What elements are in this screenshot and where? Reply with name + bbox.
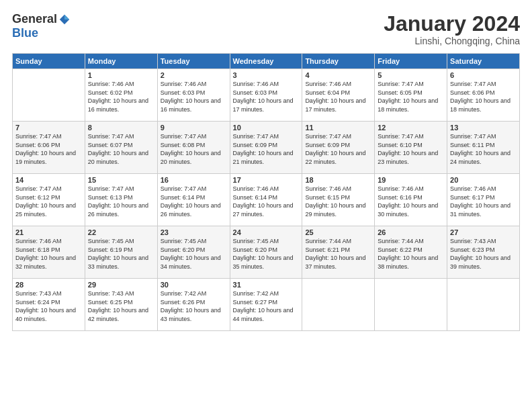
sunset: Sunset: 6:05 PM	[378, 89, 444, 97]
sunset: Sunset: 6:11 PM	[450, 141, 517, 150]
daylight: Daylight: 10 hours and 20 minutes.	[88, 149, 154, 166]
cell-info: Sunrise: 7:46 AM Sunset: 6:03 PM Dayligh…	[161, 80, 227, 113]
cell-info: Sunrise: 7:43 AM Sunset: 6:23 PM Dayligh…	[450, 237, 517, 271]
calendar-cell: 2 Sunrise: 7:46 AM Sunset: 6:03 PM Dayli…	[157, 69, 230, 122]
sunrise: Sunrise: 7:45 AM	[233, 237, 300, 246]
logo-blue: Blue	[12, 26, 38, 40]
daylight: Daylight: 10 hours and 26 minutes.	[88, 201, 154, 218]
day-number: 9	[161, 124, 227, 132]
calendar-week-0: 1 Sunrise: 7:46 AM Sunset: 6:02 PM Dayli…	[13, 69, 520, 122]
sunrise: Sunrise: 7:46 AM	[378, 185, 444, 193]
daylight: Daylight: 10 hours and 19 minutes.	[15, 149, 82, 166]
sunrise: Sunrise: 7:46 AM	[305, 185, 371, 193]
cell-info: Sunrise: 7:46 AM Sunset: 6:16 PM Dayligh…	[378, 185, 444, 218]
sunset: Sunset: 6:17 PM	[450, 193, 517, 202]
day-number: 19	[378, 176, 444, 184]
calendar-cell: 3 Sunrise: 7:46 AM Sunset: 6:03 PM Dayli…	[230, 69, 302, 122]
day-number: 4	[305, 71, 371, 79]
header-row: Sunday Monday Tuesday Wednesday Thursday…	[13, 54, 520, 69]
col-thursday: Thursday	[302, 54, 375, 69]
day-number: 25	[305, 228, 371, 236]
calendar-cell: 21 Sunrise: 7:46 AM Sunset: 6:18 PM Dayl…	[13, 226, 85, 279]
col-monday: Monday	[85, 54, 157, 69]
sunset: Sunset: 6:07 PM	[88, 141, 154, 150]
day-number: 22	[88, 228, 154, 236]
col-tuesday: Tuesday	[157, 54, 230, 69]
sunrise: Sunrise: 7:47 AM	[378, 132, 444, 141]
calendar-week-3: 21 Sunrise: 7:46 AM Sunset: 6:18 PM Dayl…	[13, 226, 520, 279]
sunrise: Sunrise: 7:47 AM	[378, 80, 444, 89]
sunrise: Sunrise: 7:47 AM	[88, 185, 154, 193]
daylight: Daylight: 10 hours and 24 minutes.	[450, 149, 517, 166]
calendar-cell: 28 Sunrise: 7:43 AM Sunset: 6:24 PM Dayl…	[13, 279, 85, 331]
day-number: 11	[305, 124, 371, 132]
calendar-cell: 20 Sunrise: 7:46 AM Sunset: 6:17 PM Dayl…	[447, 174, 520, 226]
calendar-cell: 7 Sunrise: 7:47 AM Sunset: 6:06 PM Dayli…	[13, 122, 85, 174]
sunset: Sunset: 6:19 PM	[88, 246, 154, 255]
sunrise: Sunrise: 7:47 AM	[450, 132, 517, 141]
calendar-cell: 25 Sunrise: 7:44 AM Sunset: 6:21 PM Dayl…	[302, 226, 375, 279]
cell-info: Sunrise: 7:45 AM Sunset: 6:20 PM Dayligh…	[233, 237, 300, 271]
sunrise: Sunrise: 7:43 AM	[88, 289, 154, 298]
location: Linshi, Chongqing, China	[384, 36, 520, 46]
day-number: 3	[233, 71, 300, 79]
calendar-cell: 13 Sunrise: 7:47 AM Sunset: 6:11 PM Dayl…	[447, 122, 520, 174]
cell-info: Sunrise: 7:47 AM Sunset: 6:07 PM Dayligh…	[88, 132, 154, 166]
sunrise: Sunrise: 7:46 AM	[233, 185, 300, 193]
cell-info: Sunrise: 7:47 AM Sunset: 6:05 PM Dayligh…	[378, 80, 444, 113]
sunrise: Sunrise: 7:46 AM	[15, 237, 82, 246]
cell-info: Sunrise: 7:47 AM Sunset: 6:12 PM Dayligh…	[15, 185, 82, 218]
sunrise: Sunrise: 7:46 AM	[88, 80, 154, 89]
cell-info: Sunrise: 7:43 AM Sunset: 6:25 PM Dayligh…	[88, 289, 154, 323]
daylight: Daylight: 10 hours and 16 minutes.	[161, 97, 227, 113]
daylight: Daylight: 10 hours and 27 minutes.	[233, 201, 300, 218]
daylight: Daylight: 10 hours and 17 minutes.	[233, 97, 300, 113]
sunset: Sunset: 6:12 PM	[15, 193, 82, 202]
day-number: 31	[233, 281, 300, 289]
daylight: Daylight: 10 hours and 21 minutes.	[233, 149, 300, 166]
sunrise: Sunrise: 7:46 AM	[450, 185, 517, 193]
sunset: Sunset: 6:20 PM	[161, 246, 227, 255]
calendar-cell: 30 Sunrise: 7:42 AM Sunset: 6:26 PM Dayl…	[157, 279, 230, 331]
cell-info: Sunrise: 7:47 AM Sunset: 6:14 PM Dayligh…	[161, 185, 227, 218]
cell-info: Sunrise: 7:45 AM Sunset: 6:19 PM Dayligh…	[88, 237, 154, 271]
cell-info: Sunrise: 7:47 AM Sunset: 6:06 PM Dayligh…	[450, 80, 517, 113]
cell-info: Sunrise: 7:47 AM Sunset: 6:11 PM Dayligh…	[450, 132, 517, 166]
sunset: Sunset: 6:20 PM	[233, 246, 300, 255]
calendar-cell: 18 Sunrise: 7:46 AM Sunset: 6:15 PM Dayl…	[302, 174, 375, 226]
sunrise: Sunrise: 7:47 AM	[450, 80, 517, 89]
cell-info: Sunrise: 7:45 AM Sunset: 6:20 PM Dayligh…	[161, 237, 227, 271]
daylight: Daylight: 10 hours and 34 minutes.	[161, 254, 227, 271]
daylight: Daylight: 10 hours and 39 minutes.	[450, 254, 517, 271]
calendar-cell: 9 Sunrise: 7:47 AM Sunset: 6:08 PM Dayli…	[157, 122, 230, 174]
day-number: 2	[161, 71, 227, 79]
daylight: Daylight: 10 hours and 30 minutes.	[378, 201, 444, 218]
daylight: Daylight: 10 hours and 37 minutes.	[305, 254, 371, 271]
calendar-cell: 14 Sunrise: 7:47 AM Sunset: 6:12 PM Dayl…	[13, 174, 85, 226]
calendar-cell: 29 Sunrise: 7:43 AM Sunset: 6:25 PM Dayl…	[85, 279, 157, 331]
daylight: Daylight: 10 hours and 18 minutes.	[378, 97, 444, 113]
cell-info: Sunrise: 7:44 AM Sunset: 6:22 PM Dayligh…	[378, 237, 444, 271]
sunset: Sunset: 6:06 PM	[450, 89, 517, 97]
sunset: Sunset: 6:21 PM	[305, 246, 371, 255]
sunrise: Sunrise: 7:47 AM	[88, 132, 154, 141]
calendar-cell: 23 Sunrise: 7:45 AM Sunset: 6:20 PM Dayl…	[157, 226, 230, 279]
daylight: Daylight: 10 hours and 44 minutes.	[233, 306, 300, 323]
cell-info: Sunrise: 7:46 AM Sunset: 6:18 PM Dayligh…	[15, 237, 82, 271]
sunset: Sunset: 6:03 PM	[233, 89, 300, 97]
calendar-week-2: 14 Sunrise: 7:47 AM Sunset: 6:12 PM Dayl…	[13, 174, 520, 226]
calendar-cell: 16 Sunrise: 7:47 AM Sunset: 6:14 PM Dayl…	[157, 174, 230, 226]
sunrise: Sunrise: 7:47 AM	[305, 132, 371, 141]
calendar-cell: 8 Sunrise: 7:47 AM Sunset: 6:07 PM Dayli…	[85, 122, 157, 174]
sunset: Sunset: 6:27 PM	[233, 298, 300, 307]
cell-info: Sunrise: 7:47 AM Sunset: 6:10 PM Dayligh…	[378, 132, 444, 166]
sunrise: Sunrise: 7:43 AM	[450, 237, 517, 246]
calendar-cell: 19 Sunrise: 7:46 AM Sunset: 6:16 PM Dayl…	[375, 174, 447, 226]
cell-info: Sunrise: 7:46 AM Sunset: 6:14 PM Dayligh…	[233, 185, 300, 218]
sunset: Sunset: 6:03 PM	[161, 89, 227, 97]
cell-info: Sunrise: 7:47 AM Sunset: 6:09 PM Dayligh…	[305, 132, 371, 166]
daylight: Daylight: 10 hours and 33 minutes.	[88, 254, 154, 271]
calendar-cell: 1 Sunrise: 7:46 AM Sunset: 6:02 PM Dayli…	[85, 69, 157, 122]
page: General Blue January 2024 Linshi, Chongq…	[0, 0, 532, 411]
daylight: Daylight: 10 hours and 31 minutes.	[450, 201, 517, 218]
